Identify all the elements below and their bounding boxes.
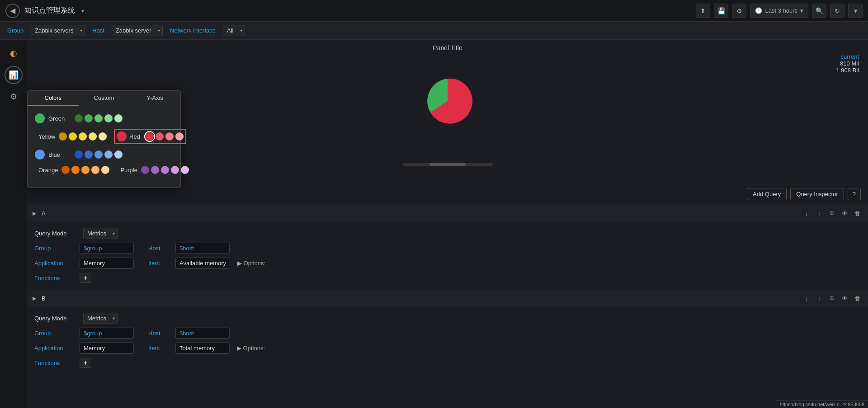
color-tab-y-axis[interactable]: Y-Axis: [129, 91, 180, 106]
red-dots: [146, 132, 184, 141]
red-dot-3[interactable]: [165, 132, 174, 141]
orange-dot-4[interactable]: [91, 166, 99, 174]
clock-icon: 🕐: [755, 7, 762, 14]
query-a-copy-icon[interactable]: ⧉: [826, 208, 837, 219]
legend-value-2: 1.908 Bil: [836, 67, 859, 74]
query-header-b: ▶ B ↓ ↑ ⧉ 👁 🗑: [27, 289, 868, 307]
time-range-button[interactable]: 🕐 Last 3 hours ▾: [750, 4, 808, 18]
network-dropdown[interactable]: All: [223, 25, 245, 36]
red-label: Red: [129, 133, 143, 140]
query-b-mode-select[interactable]: Metrics: [83, 313, 118, 324]
query-b-mode-select-wrap[interactable]: Metrics: [83, 313, 118, 324]
query-b-mode-row: Query Mode Metrics: [27, 311, 868, 326]
sidebar-settings-icon[interactable]: ⚙: [5, 88, 23, 106]
blue-main-dot[interactable]: [35, 150, 45, 159]
red-dot-4[interactable]: [175, 132, 184, 141]
gear-icon: ⚙: [736, 7, 742, 14]
yellow-dot-3[interactable]: [79, 132, 87, 141]
blue-dot-1[interactable]: [75, 150, 83, 159]
query-b-add-function-button[interactable]: +: [80, 358, 91, 368]
color-tab-custom[interactable]: Custom: [79, 91, 130, 106]
query-b-host-value[interactable]: $host: [175, 328, 230, 339]
green-dot-2[interactable]: [85, 114, 93, 122]
orange-dot-3[interactable]: [81, 166, 90, 174]
query-b-delete-icon[interactable]: 🗑: [852, 293, 863, 304]
group-select[interactable]: Zabbix servers: [31, 25, 85, 36]
query-a-mode-select[interactable]: Metrics: [83, 228, 118, 239]
blue-dot-2[interactable]: [85, 150, 93, 159]
yellow-dot-1[interactable]: [59, 132, 67, 141]
save-icon: 💾: [717, 7, 725, 14]
green-main-dot[interactable]: [35, 113, 45, 123]
purple-label: Purple: [120, 167, 137, 174]
chart-scrollbar[interactable]: [402, 163, 493, 166]
purple-dot-3[interactable]: [161, 166, 169, 174]
query-b-collapse-icon[interactable]: ▶: [33, 295, 36, 301]
share-button[interactable]: ⬆: [696, 4, 710, 18]
sidebar-chart-icon[interactable]: 📊: [5, 66, 23, 84]
query-b-icons: ↓ ↑ ⧉ 👁 🗑: [801, 293, 863, 304]
group-label[interactable]: Group: [7, 27, 24, 34]
query-a-up-icon[interactable]: ↑: [814, 208, 825, 219]
yellow-dot-4[interactable]: [89, 132, 97, 141]
red-dot-1[interactable]: [146, 132, 154, 141]
host-dropdown[interactable]: Zabbix server: [112, 25, 163, 36]
query-a-eye-icon[interactable]: 👁: [839, 208, 850, 219]
purple-dot-4[interactable]: [171, 166, 179, 174]
refresh-dropdown-button[interactable]: ▾: [848, 4, 863, 18]
query-a-collapse-icon[interactable]: ▶: [33, 211, 36, 216]
blue-label: Blue: [48, 151, 71, 158]
query-a-group-value[interactable]: $group: [80, 243, 134, 254]
purple-dot-1[interactable]: [141, 166, 149, 174]
query-inspector-button[interactable]: Query Inspector: [790, 188, 844, 200]
network-select[interactable]: All: [223, 25, 245, 36]
blue-dot-4[interactable]: [104, 150, 113, 159]
query-a-mode-select-wrap[interactable]: Metrics: [83, 228, 118, 239]
sidebar-loading-icon[interactable]: ◐: [5, 44, 23, 62]
red-dot-2[interactable]: [156, 132, 164, 141]
green-dot-1[interactable]: [75, 114, 83, 122]
query-b-item-value[interactable]: Total memory: [175, 342, 230, 354]
query-b-eye-icon[interactable]: 👁: [839, 293, 850, 304]
query-a-application-value[interactable]: Memory: [80, 258, 134, 269]
query-b-application-value[interactable]: Memory: [80, 342, 134, 354]
purple-dot-2[interactable]: [151, 166, 159, 174]
help-button[interactable]: ?: [848, 188, 861, 200]
title-dropdown-icon[interactable]: ▾: [81, 8, 84, 14]
green-dot-4[interactable]: [104, 114, 113, 122]
blue-dot-3[interactable]: [94, 150, 103, 159]
orange-dot-5[interactable]: [101, 166, 109, 174]
query-a-add-function-button[interactable]: +: [80, 273, 91, 283]
query-b-options-label[interactable]: ▶ Options:: [237, 345, 265, 352]
query-a-down-icon[interactable]: ↓: [801, 208, 812, 219]
red-group-selected: Red: [114, 129, 186, 144]
yellow-dot-2[interactable]: [69, 132, 77, 141]
orange-dot-1[interactable]: [61, 166, 70, 174]
group-dropdown[interactable]: Zabbix servers: [31, 25, 85, 36]
orange-dot-2[interactable]: [71, 166, 80, 174]
purple-dot-5[interactable]: [181, 166, 189, 174]
query-b-up-icon[interactable]: ↑: [814, 293, 825, 304]
host-label[interactable]: Host: [92, 27, 104, 34]
query-b-down-icon[interactable]: ↓: [801, 293, 812, 304]
green-dot-3[interactable]: [94, 114, 103, 122]
query-a-item-value[interactable]: Available memory: [175, 258, 230, 269]
search-button[interactable]: 🔍: [812, 4, 826, 18]
query-a-options-label[interactable]: ▶ Options:: [237, 260, 265, 267]
refresh-button[interactable]: ↻: [830, 4, 844, 18]
back-button[interactable]: ◀: [5, 4, 20, 18]
add-query-button[interactable]: Add Query: [747, 188, 787, 200]
query-b-group-value[interactable]: $group: [80, 328, 134, 339]
yellow-dot-5[interactable]: [99, 132, 107, 141]
blue-dot-5[interactable]: [114, 150, 123, 159]
host-select[interactable]: Zabbix server: [112, 25, 163, 36]
query-b-copy-icon[interactable]: ⧉: [826, 293, 837, 304]
red-main-dot[interactable]: [117, 131, 127, 141]
save-button[interactable]: 💾: [714, 4, 728, 18]
green-dot-5[interactable]: [114, 114, 123, 122]
query-a-delete-icon[interactable]: 🗑: [852, 208, 863, 219]
color-tab-colors[interactable]: Colors: [28, 91, 79, 106]
query-a-host-value[interactable]: $host: [175, 243, 230, 254]
settings-button[interactable]: ⚙: [732, 4, 746, 18]
scrollbar-thumb[interactable]: [429, 163, 466, 166]
